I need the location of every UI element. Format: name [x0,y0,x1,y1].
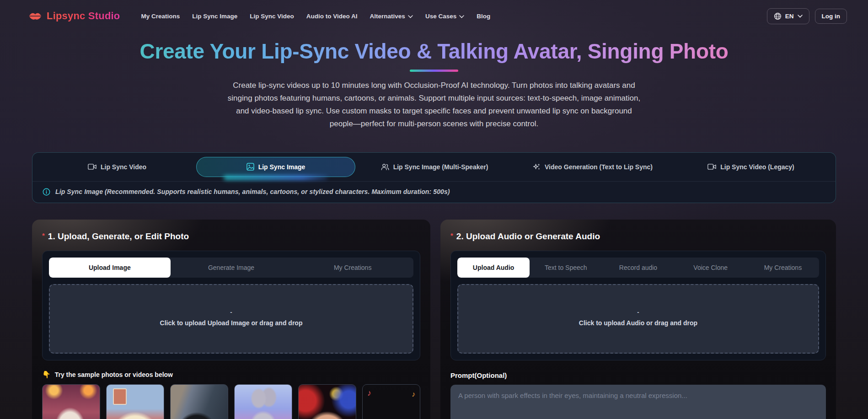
globe-icon [774,12,782,20]
nav-link-lip-sync-video[interactable]: Lip Sync Video [250,13,294,20]
tab-lip-sync-image[interactable]: Lip Sync Image [196,157,355,177]
dropzone-dash: - [637,311,639,314]
title-underline [410,70,458,72]
dropzone-dash: - [230,311,232,314]
main-nav: My Creations Lip Sync Image Lip Sync Vid… [141,13,491,20]
chevron-down-icon [798,15,803,18]
sparkles-icon [533,163,541,171]
photo-card: Upload Image Generate Image My Creations… [42,251,420,360]
login-button[interactable]: Log in [815,9,847,24]
audio-dropzone-text: Click to upload Audio or drag and drop [579,319,697,327]
lipsync-studio-page: Lipsync Studio My Creations Lip Sync Ima… [0,0,868,419]
tab-lip-sync-video-legacy[interactable]: Lip Sync Video (Legacy) [672,157,830,177]
audio-card: Upload Audio Text to Speech Record audio… [450,251,826,360]
sample-gorilla-in-car[interactable] [170,384,228,419]
page-title: Create Your Lip-Sync Video & Talking Ava… [0,39,868,64]
tab-lip-sync-image-multi-speaker[interactable]: Lip Sync Image (Multi-Speaker) [355,157,514,177]
nav-link-lip-sync-image[interactable]: Lip Sync Image [192,13,237,20]
people-icon [381,163,389,171]
language-selector[interactable]: EN [767,8,809,24]
logo-text: Lipsync Studio [47,10,120,22]
nav-link-blog[interactable]: Blog [477,13,490,20]
tab-my-creations-image[interactable]: My Creations [292,258,413,278]
hero-section: Create Your Lip-Sync Video & Talking Ava… [0,39,868,130]
audio-dropzone[interactable]: - Click to upload Audio or drag and drop [457,284,819,354]
chevron-down-icon [459,15,464,18]
image-icon [246,163,254,171]
image-dropzone-text: Click to upload Upload Image or drag and… [160,319,303,327]
tab-lip-sync-video[interactable]: Lip Sync Video [38,157,196,177]
chevron-down-icon [408,15,413,18]
audio-panel-title: *2. Upload Audio or Generate Audio [450,231,826,242]
mode-info-bar: Lip Sync Image (Recommended. Supports re… [32,181,836,203]
header-actions: EN Log in [767,8,847,24]
image-dropzone[interactable]: - Click to upload Upload Image or drag a… [49,284,413,354]
sample-thumbnails [42,384,420,419]
tab-video-generation-text-to-lip-sync[interactable]: Video Generation (Text to Lip Sync) [514,157,672,177]
video-camera-icon [707,163,716,170]
sample-baby-with-headphones[interactable] [298,384,356,419]
tab-voice-clone[interactable]: Voice Clone [675,258,747,278]
tab-record-audio[interactable]: Record audio [602,258,674,278]
tab-generate-image[interactable]: Generate Image [171,258,292,278]
pointing-down-icon: 👇 [42,371,51,379]
prompt-textarea[interactable] [450,385,826,419]
nav-link-use-cases[interactable]: Use Cases [425,13,464,20]
audio-tabstrip: Upload Audio Text to Speech Record audio… [457,258,819,278]
workspace: *1. Upload, Generate, or Edit Photo Uplo… [32,220,836,419]
lips-icon [28,11,42,21]
required-mark: * [450,231,453,239]
mode-info-text: Lip Sync Image (Recommended. Supports re… [55,188,450,195]
sample-cream-kitten-bedroom[interactable] [106,384,164,419]
samples-label: 👇 Try the sample photos or videos below [42,371,420,379]
prompt-label: Prompt(Optional) [450,371,826,379]
nav-link-my-creations[interactable]: My Creations [141,13,180,20]
top-nav: Lipsync Studio My Creations Lip Sync Ima… [0,0,868,32]
logo[interactable]: Lipsync Studio [28,10,120,22]
required-mark: * [42,231,45,239]
active-tab-glow [224,176,328,180]
tab-my-creations-audio[interactable]: My Creations [747,258,819,278]
sample-cartoon-rabbit-city[interactable] [234,384,292,419]
tab-upload-audio[interactable]: Upload Audio [457,258,530,278]
mode-tabs: Lip Sync Video Lip Sync Image Lip [32,153,836,181]
sample-singing-baby-microphone[interactable] [362,384,420,419]
nav-link-alternatives[interactable]: Alternatives [370,13,413,20]
hero-description: Create lip-sync videos up to 10 minutes … [225,79,643,130]
photo-tabstrip: Upload Image Generate Image My Creations [49,258,413,278]
tab-text-to-speech[interactable]: Text to Speech [530,258,602,278]
language-label: EN [785,13,794,20]
info-icon [43,188,50,196]
nav-link-audio-to-video-ai[interactable]: Audio to Video AI [306,13,358,20]
video-camera-icon [88,163,96,170]
photo-panel: *1. Upload, Generate, or Edit Photo Uplo… [32,220,430,419]
tab-upload-image[interactable]: Upload Image [49,258,171,278]
photo-panel-title: *1. Upload, Generate, or Edit Photo [42,231,420,242]
mode-tabs-container: Lip Sync Video Lip Sync Image Lip [32,152,836,203]
sample-singing-cat-on-stage[interactable] [42,384,100,419]
audio-panel: *2. Upload Audio or Generate Audio Uploa… [440,220,836,419]
